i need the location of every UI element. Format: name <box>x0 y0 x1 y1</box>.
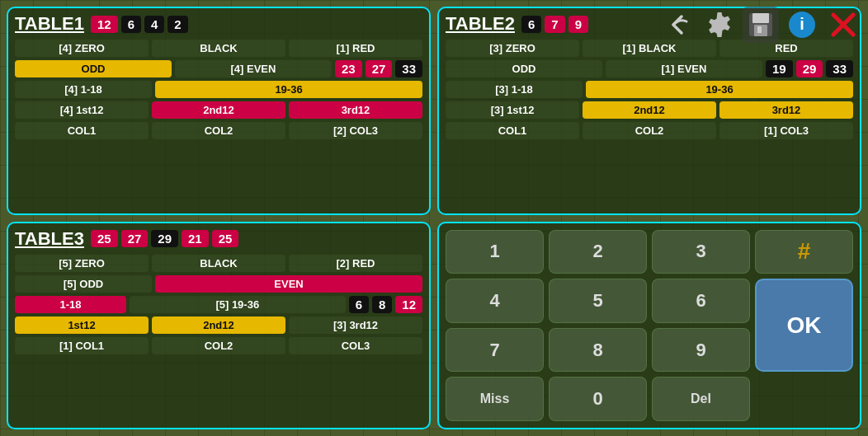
t1-n27: 27 <box>366 60 393 77</box>
t3-black[interactable]: BLACK <box>152 255 285 272</box>
svg-text:i: i <box>800 15 804 33</box>
t3-n6: 6 <box>349 296 369 313</box>
t3-red[interactable]: [2] RED <box>289 255 422 272</box>
table1-num2: 6 <box>121 16 141 33</box>
t2-col2[interactable]: COL2 <box>583 122 716 139</box>
toolbar: i <box>434 0 868 49</box>
t3-1936[interactable]: [5] 19-36 <box>130 296 346 313</box>
t1-2nd12[interactable]: 2nd12 <box>152 101 285 119</box>
key-hash[interactable]: # <box>755 230 853 274</box>
key-9[interactable]: 9 <box>652 328 750 373</box>
table2-row4: [3] 1st12 2nd12 3rd12 <box>446 101 853 119</box>
t2-col1[interactable]: COL1 <box>446 122 579 139</box>
table2-row5: COL1 COL2 [1] COL3 <box>446 122 853 139</box>
t3-118[interactable]: 1-18 <box>15 296 126 313</box>
t1-even[interactable]: [4] EVEN <box>175 60 332 77</box>
t2-1936[interactable]: 19-36 <box>586 81 853 98</box>
t1-3rd12[interactable]: 3rd12 <box>289 101 422 119</box>
table3-title: TABLE3 <box>15 228 84 250</box>
table3-row5: [1] COL1 COL2 COL3 <box>15 337 422 354</box>
table3-row1: [5] ZERO BLACK [2] RED <box>15 255 422 272</box>
key-7[interactable]: 7 <box>446 328 544 373</box>
ok-button[interactable]: OK <box>755 279 853 372</box>
t2-col3[interactable]: [1] COL3 <box>719 122 853 139</box>
t3-zero[interactable]: [5] ZERO <box>15 255 149 272</box>
table1-num3: 4 <box>144 16 164 33</box>
table3-row3: 1-18 [5] 19-36 6 8 12 <box>15 296 422 313</box>
t2-118[interactable]: [3] 1-18 <box>446 81 583 98</box>
table3-num5: 25 <box>212 230 239 247</box>
table3-row4: 1st12 2nd12 [3] 3rd12 <box>15 316 422 334</box>
t3-3rd12[interactable]: [3] 3rd12 <box>289 316 422 334</box>
t1-red[interactable]: [1] RED <box>289 40 422 57</box>
key-4[interactable]: 4 <box>446 279 544 323</box>
key-8[interactable]: 8 <box>549 328 647 373</box>
t2-odd[interactable]: ODD <box>446 60 602 77</box>
t3-1st12[interactable]: 1st12 <box>15 316 149 334</box>
t1-zero[interactable]: [4] ZERO <box>15 40 149 57</box>
key-0[interactable]: 0 <box>549 377 647 421</box>
t3-2nd12[interactable]: 2nd12 <box>152 316 285 334</box>
table1-row5: COL1 COL2 [2] COL3 <box>15 122 422 139</box>
t1-col2[interactable]: COL2 <box>152 122 285 139</box>
numpad-panel: 1 2 3 # 4 5 6 OK 7 8 9 Miss 0 Del <box>437 222 861 430</box>
table3-panel: TABLE3 25 27 29 21 25 [5] ZERO BLACK [2]… <box>7 222 431 430</box>
key-miss[interactable]: Miss <box>446 377 544 421</box>
t2-3rd12[interactable]: 3rd12 <box>719 101 853 119</box>
t1-118[interactable]: [4] 1-18 <box>15 81 152 98</box>
key-6[interactable]: 6 <box>652 279 750 323</box>
table3-num2: 27 <box>121 230 149 247</box>
save-button[interactable] <box>743 7 779 43</box>
table1-row1: [4] ZERO BLACK [1] RED <box>15 40 422 57</box>
t2-even[interactable]: [1] EVEN <box>606 60 762 77</box>
table1-num1: 12 <box>91 16 118 33</box>
t1-odd[interactable]: ODD <box>15 60 172 77</box>
t1-1st12[interactable]: [4] 1st12 <box>15 101 149 119</box>
back-button[interactable] <box>660 7 696 43</box>
t3-col2[interactable]: COL2 <box>152 337 285 354</box>
t1-n33: 33 <box>395 60 422 77</box>
close-button[interactable] <box>825 7 861 43</box>
svg-rect-3 <box>757 26 762 33</box>
key-3[interactable]: 3 <box>652 230 750 274</box>
main-layout: TABLE1 12 6 4 2 [4] ZERO BLACK [1] RED O… <box>7 7 861 429</box>
t1-col3[interactable]: [2] COL3 <box>289 122 422 139</box>
table3-num3: 29 <box>151 230 178 247</box>
table1-row3: [4] 1-18 19-36 <box>15 81 422 98</box>
t2-1st12[interactable]: [3] 1st12 <box>446 101 579 119</box>
t2-n33: 33 <box>826 60 853 77</box>
key-5[interactable]: 5 <box>549 279 647 323</box>
info-button[interactable]: i <box>784 7 820 43</box>
table1-panel: TABLE1 12 6 4 2 [4] ZERO BLACK [1] RED O… <box>7 7 431 215</box>
settings-button[interactable] <box>701 7 738 43</box>
table1-title: TABLE1 <box>15 13 84 35</box>
t1-black[interactable]: BLACK <box>152 40 285 57</box>
t1-1936[interactable]: 19-36 <box>155 81 422 98</box>
t3-n12: 12 <box>395 296 422 313</box>
table3-header: TABLE3 25 27 29 21 25 <box>15 228 422 250</box>
t3-col3[interactable]: COL3 <box>289 337 422 354</box>
t1-col1[interactable]: COL1 <box>15 122 149 139</box>
t3-col1[interactable]: [1] COL1 <box>15 337 149 354</box>
table1-header: TABLE1 12 6 4 2 <box>15 13 422 35</box>
t1-n23: 23 <box>335 60 362 77</box>
table3-row2: [5] ODD EVEN <box>15 275 422 293</box>
table2-row2: ODD [1] EVEN 19 29 33 <box>446 60 853 77</box>
svg-rect-1 <box>752 13 769 23</box>
table3-num1: 25 <box>91 230 118 247</box>
key-del[interactable]: Del <box>652 377 750 421</box>
key-2[interactable]: 2 <box>549 230 647 274</box>
t3-n8: 8 <box>372 296 392 313</box>
table1-row2: ODD [4] EVEN 23 27 33 <box>15 60 422 77</box>
table1-row4: [4] 1st12 2nd12 3rd12 <box>15 101 422 119</box>
t3-even[interactable]: EVEN <box>155 275 422 293</box>
key-1[interactable]: 1 <box>446 230 544 274</box>
t2-2nd12[interactable]: 2nd12 <box>583 101 716 119</box>
t3-odd[interactable]: [5] ODD <box>15 275 152 293</box>
table1-num4: 2 <box>167 16 187 33</box>
table2-row3: [3] 1-18 19-36 <box>446 81 853 98</box>
t2-n19: 19 <box>766 60 793 77</box>
table3-num4: 21 <box>182 230 209 247</box>
t2-n29: 29 <box>796 60 823 77</box>
